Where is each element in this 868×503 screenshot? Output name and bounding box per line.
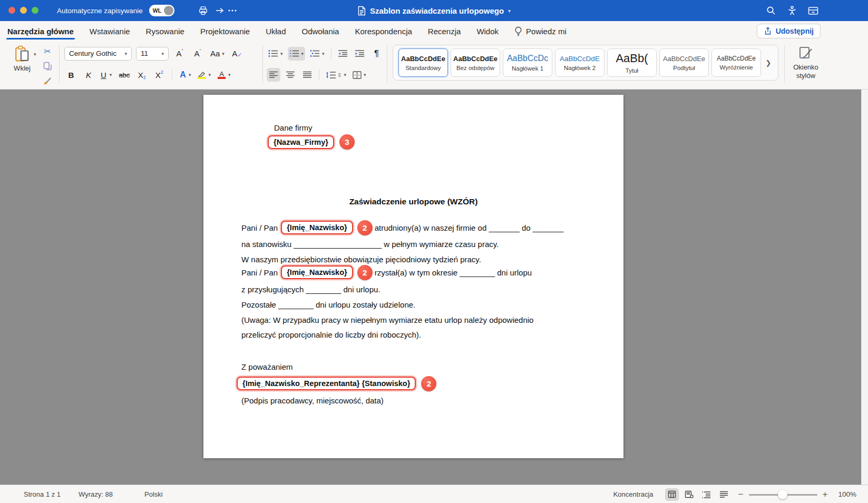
text-effects-button[interactable]: A▾ bbox=[178, 68, 192, 82]
tab-wstawianie[interactable]: Wstawianie bbox=[90, 21, 130, 41]
decrease-indent-icon bbox=[338, 50, 348, 57]
tab-narzedzia-glowne[interactable]: Narzędzia główne bbox=[7, 21, 74, 41]
style-naglowek-1[interactable]: AaBbCcDc Nagłówek 1 bbox=[503, 48, 552, 77]
style-naglowek-2[interactable]: AaBbCcDdE Nagłówek 2 bbox=[555, 48, 604, 77]
chevron-down-icon: ▾ bbox=[208, 72, 211, 77]
tab-projektowanie[interactable]: Projektowanie bbox=[200, 21, 250, 41]
web-layout-view-button[interactable] bbox=[682, 488, 696, 501]
statusbar-left: Strona 1 z 1 Wyrazy: 88 Polski bbox=[0, 490, 163, 498]
ribbon-tabs: Narzędzia główne Wstawianie Rysowanie Pr… bbox=[0, 21, 567, 41]
tab-recenzja[interactable]: Recenzja bbox=[428, 21, 461, 41]
name-placeholder-highlight[interactable]: {Imię_Nazwisko} bbox=[281, 221, 353, 234]
chevron-down-icon: ▾ bbox=[280, 51, 283, 56]
font-name-select[interactable]: Century Gothic▾ bbox=[64, 47, 132, 61]
search-icon[interactable] bbox=[765, 5, 777, 16]
company-placeholder-highlight[interactable]: {Nazwa_Firmy} bbox=[268, 135, 334, 149]
line-spacing-button[interactable]: ⇳▾ bbox=[324, 68, 348, 82]
bold-button[interactable]: B bbox=[64, 68, 78, 82]
language-indicator[interactable]: Polski bbox=[144, 490, 163, 498]
zoom-window-button[interactable] bbox=[32, 7, 38, 14]
print-icon[interactable] bbox=[197, 5, 209, 16]
share-button[interactable]: Udostępnij bbox=[757, 24, 821, 38]
page-indicator[interactable]: Strona 1 z 1 bbox=[24, 490, 61, 498]
font-color-icon: A bbox=[218, 71, 226, 79]
tab-odwolania[interactable]: Odwołania bbox=[302, 21, 339, 41]
style-tytul[interactable]: AaBb( Tytuł bbox=[607, 48, 657, 77]
underline-button[interactable]: U▾ bbox=[99, 68, 113, 82]
tab-korespondencja[interactable]: Korespondencja bbox=[355, 21, 412, 41]
tab-rysowanie[interactable]: Rysowanie bbox=[146, 21, 184, 41]
zoom-control: − + 100% bbox=[738, 489, 856, 500]
change-case-button[interactable]: Aa▾ bbox=[209, 47, 226, 61]
draft-view-button[interactable] bbox=[717, 488, 731, 501]
tab-uklad[interactable]: Układ bbox=[266, 21, 286, 41]
chevron-down-icon: ▾ bbox=[110, 72, 112, 77]
styles-pane-button[interactable]: Okienko stylów bbox=[788, 45, 823, 81]
grow-font-button[interactable]: Aˆ bbox=[173, 47, 187, 61]
tab-widok[interactable]: Widok bbox=[476, 21, 499, 41]
justify-icon bbox=[303, 71, 312, 78]
signature-note: (Podpis pracodawcy, miejscowość, data) bbox=[241, 396, 384, 405]
document-title-menu[interactable]: Szablon zaświadczenia urlopowego ▾ bbox=[357, 0, 511, 21]
zoom-slider-knob[interactable] bbox=[778, 490, 787, 499]
clipboard-small-buttons: ✂ bbox=[41, 45, 54, 86]
redo-icon[interactable] bbox=[214, 5, 226, 16]
font-color-button[interactable]: A ▾ bbox=[216, 68, 232, 82]
ribbon-display-options-icon[interactable] bbox=[807, 5, 819, 16]
outline-view-button[interactable] bbox=[700, 488, 714, 501]
clear-formatting-button[interactable]: A✓ bbox=[230, 47, 244, 61]
chevron-down-icon: ▾ bbox=[344, 72, 346, 77]
borders-button[interactable]: ▾ bbox=[351, 68, 368, 82]
increase-indent-button[interactable] bbox=[353, 47, 367, 61]
style-podtytul[interactable]: AaBbCcDdEe Podtytuł bbox=[659, 48, 709, 77]
zoom-in-button[interactable]: + bbox=[823, 489, 828, 500]
shrink-font-button[interactable]: Aˇ bbox=[191, 47, 204, 61]
close-window-button[interactable] bbox=[8, 7, 15, 14]
tab-powiedz-mi[interactable]: Powiedz mi bbox=[514, 21, 567, 41]
outline-view-icon bbox=[702, 491, 711, 498]
numbering-button[interactable]: ▾ bbox=[288, 47, 306, 61]
document-page[interactable]: Dane firmy {Nazwa_Firmy} 3 Zaświadczenie… bbox=[203, 95, 623, 458]
copy-icon bbox=[43, 62, 52, 71]
accessibility-icon[interactable] bbox=[786, 5, 798, 16]
paste-button[interactable]: Wklej bbox=[9, 45, 35, 72]
name-placeholder-highlight[interactable]: {Imię_Nazwisko} bbox=[281, 265, 353, 279]
superscript-button[interactable]: X2 bbox=[152, 68, 166, 82]
multilevel-list-button[interactable]: ▾ bbox=[308, 47, 326, 61]
vertical-scrollbar[interactable] bbox=[861, 90, 868, 485]
autosave-toggle[interactable]: WL bbox=[149, 5, 174, 16]
justify-button[interactable] bbox=[300, 68, 314, 82]
zoom-slider[interactable] bbox=[749, 490, 817, 499]
paragraph-line-1: Pani / Pan {Imię_Nazwisko} 2 atrudniony(… bbox=[241, 218, 563, 237]
word-count[interactable]: Wyrazy: 88 bbox=[79, 490, 113, 498]
format-painter-button[interactable] bbox=[41, 75, 54, 86]
bullets-button[interactable]: ▾ bbox=[267, 47, 285, 61]
chevron-down-icon: ▾ bbox=[228, 72, 231, 77]
zoom-percentage[interactable]: 100% bbox=[838, 490, 856, 498]
style-standardowy[interactable]: AaBbCcDdEe Standardowy bbox=[398, 48, 448, 77]
highlight-color-button[interactable]: ▾ bbox=[196, 68, 212, 82]
show-paragraph-marks-button[interactable]: ¶ bbox=[370, 47, 384, 61]
copy-button[interactable] bbox=[41, 60, 54, 72]
decrease-indent-button[interactable] bbox=[336, 47, 350, 61]
count-badge: 2 bbox=[357, 220, 373, 235]
strikethrough-button[interactable]: abc bbox=[117, 68, 131, 82]
paste-chevron-icon[interactable]: ▾ bbox=[34, 52, 36, 57]
cut-button[interactable]: ✂ bbox=[41, 45, 54, 57]
scissors-icon: ✂ bbox=[44, 46, 51, 56]
italic-button[interactable]: K bbox=[82, 68, 95, 82]
representative-placeholder-highlight[interactable]: {Imię_Nazwisko_Reprezentanta} {Stanowisk… bbox=[237, 377, 416, 390]
styles-gallery-more-button[interactable]: ❯ bbox=[764, 48, 773, 77]
subscript-button[interactable]: X2 bbox=[135, 68, 149, 82]
font-size-select[interactable]: 11▾ bbox=[136, 47, 169, 61]
focus-mode-button[interactable]: Koncentracja bbox=[613, 490, 654, 498]
minimize-window-button[interactable] bbox=[20, 7, 27, 14]
zoom-out-button[interactable]: − bbox=[738, 489, 744, 500]
style-wyroznienie[interactable]: AaBbCcDdEe Wyróżnienie bbox=[711, 48, 761, 77]
autosave-label: Automatyczne zapisywanie bbox=[57, 7, 143, 15]
align-left-button[interactable] bbox=[267, 68, 280, 82]
more-icon[interactable] bbox=[227, 5, 238, 16]
style-bez-odstepow[interactable]: AaBbCcDdEe Bez odstępów bbox=[451, 48, 500, 77]
align-center-button[interactable] bbox=[284, 68, 297, 82]
print-layout-view-button[interactable] bbox=[665, 488, 679, 501]
